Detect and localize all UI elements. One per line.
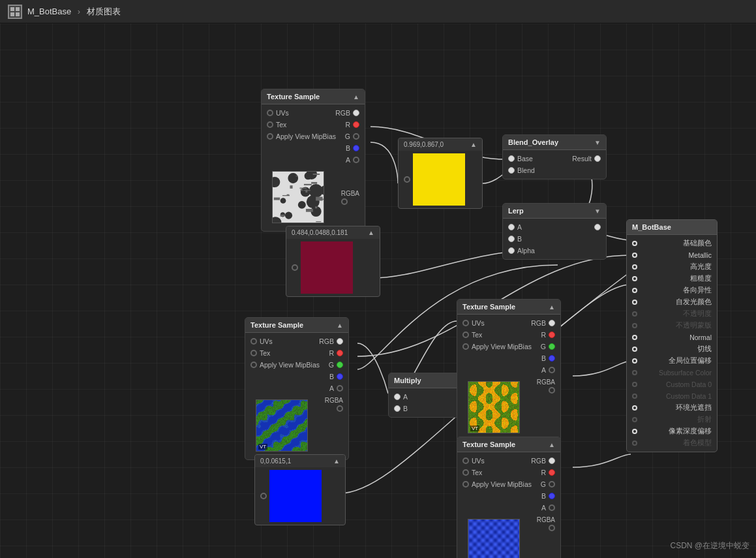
mbot-pin-16[interactable] [632, 429, 637, 434]
lerp-alpha-in[interactable] [508, 247, 515, 254]
tex2-g-out[interactable] [337, 362, 343, 368]
tex2-mip-in[interactable] [250, 362, 257, 368]
texture-sample-3-node[interactable]: Texture Sample ▲ UVs RGB Tex R Apply Vie… [457, 299, 561, 442]
canvas-area[interactable]: Texture Sample ▲ UVs RGB Tex R Apply Vie… [0, 23, 756, 558]
mbot-pin-11 [632, 370, 637, 375]
tex3-r-out[interactable] [549, 332, 555, 338]
mbot-pin-8[interactable] [632, 335, 637, 340]
color-node-2-preview [301, 241, 353, 294]
tex4-tex-in[interactable] [462, 469, 469, 476]
svg-rect-3 [16, 12, 20, 16]
tex4-uvs-in[interactable] [462, 457, 469, 464]
texture-sample-1-collapse[interactable]: ▲ [353, 93, 359, 101]
texture-sample-1-header[interactable]: Texture Sample ▲ [262, 89, 365, 104]
tex3-preview: VT [468, 381, 520, 433]
color-node-1-in[interactable] [404, 176, 410, 183]
color-node-3-in[interactable] [260, 493, 267, 499]
lerp-a-in[interactable] [508, 224, 515, 230]
tex2-r-out[interactable] [337, 350, 343, 356]
tex2-rgba-out[interactable] [337, 405, 343, 412]
blend-base-in[interactable] [508, 155, 515, 162]
blend-result-out[interactable] [594, 155, 601, 162]
color-node-1[interactable]: 0.969,0.867,0 ▲ [398, 138, 483, 209]
tex4-b-out[interactable] [549, 493, 555, 499]
tex2-uvs-in[interactable] [250, 338, 257, 345]
mbot-row-13: Custom Data 1 [627, 390, 717, 402]
texture-sample-4-collapse[interactable]: ▲ [549, 441, 555, 448]
watermark-text: CSDN @在逆境中蜕变 [670, 541, 749, 550]
blend-overlay-collapse[interactable]: ▼ [594, 139, 601, 146]
color-node-3-collapse[interactable]: ▲ [333, 457, 340, 465]
texture-sample-2-collapse[interactable]: ▲ [337, 322, 343, 329]
mbot-pin-10[interactable] [632, 358, 637, 364]
tex1-b-out[interactable] [353, 145, 359, 151]
lerp-out[interactable] [594, 224, 601, 230]
mbot-pin-3[interactable] [632, 276, 637, 281]
texture-sample-1-node[interactable]: Texture Sample ▲ UVs RGB Tex R Apply Vie… [261, 89, 365, 232]
texture-sample-2-node[interactable]: Texture Sample ▲ UVs RGB Tex R Apply Vie… [245, 317, 349, 460]
lerp-header[interactable]: Lerp ▼ [503, 204, 606, 219]
mbot-node[interactable]: M_BotBase 基础颜色Metallic高光度粗糙度各向异性自发光颜色不透明… [626, 219, 718, 452]
multiply-b-in[interactable] [394, 405, 401, 412]
breadcrumb: M_BotBase › 材质图表 [27, 6, 121, 18]
color-node-2-collapse[interactable]: ▲ [368, 229, 374, 236]
tex1-mip-in[interactable] [267, 133, 273, 140]
tex3-rgba-out[interactable] [549, 387, 555, 394]
color-node-3[interactable]: 0,0.0615,1 ▲ [254, 454, 346, 525]
mbot-pin-4[interactable] [632, 288, 637, 293]
lerp-b-in[interactable] [508, 236, 515, 242]
tex1-g-out[interactable] [353, 133, 359, 140]
tex2-b-out[interactable] [337, 373, 343, 380]
color-node-2-in[interactable] [292, 264, 298, 271]
mbot-pin-2[interactable] [632, 264, 637, 270]
lerp-collapse[interactable]: ▼ [594, 208, 601, 215]
tex3-mip-in[interactable] [462, 343, 469, 350]
tex3-a-out[interactable] [549, 367, 555, 373]
mbot-body: 基础颜色Metallic高光度粗糙度各向异性自发光颜色不透明度不透明蒙版Norm… [627, 235, 717, 452]
mbot-pin-9[interactable] [632, 347, 637, 352]
tex4-rgb-out[interactable] [549, 457, 555, 464]
tex1-rgba-out[interactable] [341, 198, 348, 205]
mbot-pin-17 [632, 441, 637, 446]
texture-sample-3-collapse[interactable]: ▲ [549, 303, 555, 311]
color-node-1-collapse[interactable]: ▲ [470, 141, 477, 148]
tex4-mip-in[interactable] [462, 481, 469, 488]
tex3-g-out[interactable] [549, 343, 555, 350]
tex3-b-out[interactable] [549, 355, 555, 362]
project-name[interactable]: M_BotBase [27, 7, 71, 16]
texture-sample-2-header[interactable]: Texture Sample ▲ [245, 318, 348, 333]
tex1-uvs-in[interactable] [267, 110, 273, 116]
tex2-vt-label: VT [258, 444, 267, 450]
tex2-tex-in[interactable] [250, 350, 257, 356]
texture-sample-3-header[interactable]: Texture Sample ▲ [457, 300, 560, 315]
mbot-pin-0[interactable] [632, 241, 637, 246]
tex1-rgb-out[interactable] [353, 110, 359, 116]
multiply-a-in[interactable] [394, 394, 401, 400]
tex1-r-out[interactable] [353, 121, 359, 128]
tex4-a-out[interactable] [549, 504, 555, 511]
mbot-pin-5[interactable] [632, 300, 637, 305]
tex4-g-out[interactable] [549, 481, 555, 488]
mbot-row-12: Custom Data 0 [627, 379, 717, 390]
tex2-rgb-out[interactable] [337, 338, 343, 345]
blend-blend-in[interactable] [508, 167, 515, 174]
tex4-r-out[interactable] [549, 469, 555, 476]
tex3-uvs-in[interactable] [462, 320, 469, 326]
lerp-node[interactable]: Lerp ▼ A B Alpha [502, 203, 607, 260]
tex4-rgba-out[interactable] [549, 525, 555, 531]
texture-sample-4-node[interactable]: Texture Sample ▲ UVs RGB Tex R Apply Vie… [457, 437, 561, 558]
tex3-vt-label: VT [470, 426, 479, 431]
tex3-tex-in[interactable] [462, 332, 469, 338]
mbot-header[interactable]: M_BotBase [627, 220, 717, 235]
mbot-pin-14[interactable] [632, 405, 637, 411]
tex3-rgb-out[interactable] [549, 320, 555, 326]
color-node-2[interactable]: 0.484,0.0488,0.181 ▲ [286, 226, 380, 297]
blend-overlay-node[interactable]: Blend_Overlay ▼ Base Result Blend [502, 134, 607, 179]
tex1-a-out[interactable] [353, 157, 359, 163]
texture-sample-4-header[interactable]: Texture Sample ▲ [457, 437, 560, 452]
tex1-tex-in[interactable] [267, 121, 273, 128]
mbot-pin-1[interactable] [632, 253, 637, 258]
tex2-a-out[interactable] [337, 385, 343, 392]
blend-overlay-header[interactable]: Blend_Overlay ▼ [503, 135, 606, 150]
color-node-2-label: 0.484,0.0488,0.181 [292, 229, 348, 236]
